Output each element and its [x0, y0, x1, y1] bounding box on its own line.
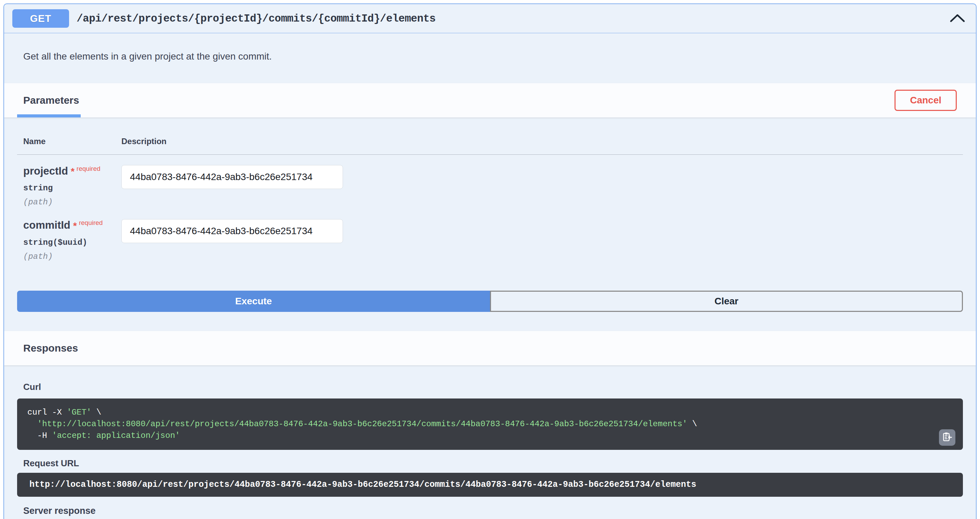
curl-command-block: curl -X 'GET' \ 'http://localhost:8080/a… — [17, 399, 963, 450]
responses-area: Curl curl -X 'GET' \ 'http://localhost:8… — [4, 382, 976, 519]
parameter-name: projectId*required — [23, 165, 121, 177]
curl-text: -H — [27, 431, 52, 440]
parameter-row-commitid: commitId*required string($uuid) (path) — [17, 209, 963, 263]
parameter-name-text: commitId — [23, 219, 70, 232]
parameter-row-projectid: projectId*required string (path) — [17, 155, 963, 209]
execute-button[interactable]: Execute — [17, 291, 490, 312]
commitid-input[interactable] — [121, 219, 343, 243]
name-column-header: Name — [23, 137, 121, 146]
tab-parameters: Parameters — [23, 94, 79, 106]
endpoint-path: /api/rest/projects/{projectId}/commits/{… — [76, 13, 436, 25]
parameter-meta: commitId*required string($uuid) (path) — [23, 219, 121, 261]
parameter-name-text: projectId — [23, 165, 68, 177]
api-operation-panel: GET /api/rest/projects/{projectId}/commi… — [3, 3, 977, 519]
description-column-header: Description — [121, 137, 167, 146]
operation-description: Get all the elements in a given project … — [4, 33, 976, 83]
chevron-up-icon — [950, 13, 965, 24]
curl-line: curl -X 'GET' \ — [27, 407, 953, 418]
projectid-input[interactable] — [121, 165, 343, 189]
execute-button-row: Execute Clear — [17, 291, 963, 312]
required-label: required — [76, 165, 100, 172]
parameter-meta: projectId*required string (path) — [23, 165, 121, 207]
curl-string: 'GET' — [67, 408, 91, 417]
curl-text: \ — [687, 419, 697, 429]
parameters-table-header: Name Description — [17, 117, 963, 155]
active-tab-underline — [17, 114, 81, 117]
curl-string: 'http://localhost:8080/api/rest/projects… — [37, 419, 687, 429]
curl-text: curl -X — [27, 408, 67, 417]
parameter-name: commitId*required — [23, 219, 121, 232]
required-star: * — [73, 220, 77, 231]
curl-text: \ — [91, 408, 101, 417]
parameter-type: string — [23, 184, 121, 193]
parameter-location: (path) — [23, 198, 121, 207]
http-method-badge: GET — [12, 9, 69, 28]
parameters-area: Name Description projectId*required stri… — [4, 117, 976, 331]
collapse-operation-button[interactable] — [947, 11, 968, 26]
curl-string: 'accept: application/json' — [52, 431, 180, 440]
request-url-label: Request URL — [23, 458, 963, 469]
parameter-value-cell — [121, 219, 343, 261]
parameter-location: (path) — [23, 252, 121, 261]
curl-text — [27, 419, 37, 429]
server-response-label: Server response — [23, 506, 963, 516]
curl-line: -H 'accept: application/json' — [27, 430, 953, 442]
required-star: * — [71, 166, 75, 177]
request-url-value: http://localhost:8080/api/rest/projects/… — [17, 473, 963, 497]
operation-summary-header[interactable]: GET /api/rest/projects/{projectId}/commi… — [4, 4, 976, 33]
parameter-type: string($uuid) — [23, 238, 121, 247]
curl-line: 'http://localhost:8080/api/rest/projects… — [27, 418, 953, 430]
curl-label: Curl — [23, 382, 963, 392]
parameter-value-cell — [121, 165, 343, 207]
copy-to-clipboard-button[interactable] — [939, 429, 955, 446]
responses-title: Responses — [23, 342, 78, 354]
clear-button[interactable]: Clear — [490, 291, 963, 312]
required-label: required — [79, 219, 103, 226]
responses-header-band: Responses — [4, 331, 976, 365]
clipboard-copy-icon — [942, 432, 952, 443]
parameters-header-band: Parameters Cancel — [4, 83, 976, 117]
cancel-button[interactable]: Cancel — [894, 90, 957, 111]
